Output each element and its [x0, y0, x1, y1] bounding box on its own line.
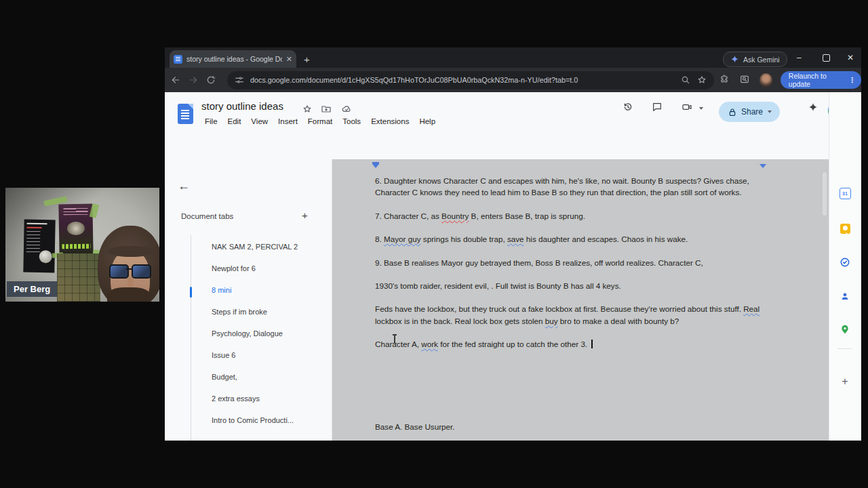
share-button[interactable]: Share [719, 102, 780, 122]
cloud-save-status-icon[interactable] [341, 104, 351, 114]
doc-text-run: Base A. Base Usurper. [375, 422, 455, 431]
tab-strip: story outline ideas - Google Do ✕ + Ask … [165, 47, 861, 68]
menu-insert[interactable]: Insert [274, 115, 302, 127]
menu-edit[interactable]: Edit [224, 115, 245, 127]
chrome-profile-avatar[interactable] [760, 73, 772, 87]
browser-navbar: docs.google.com/document/d/1cHgXS5qQd17h… [165, 68, 861, 92]
new-tab-button[interactable]: + [304, 54, 310, 64]
doc-paragraph[interactable]: Base A. Base Usurper. [375, 421, 768, 432]
blank-lines [375, 362, 768, 421]
doc-text-run: his daughter and escapes. Chaos in his w… [524, 235, 688, 243]
sidebar-back-icon[interactable]: ← [178, 180, 190, 192]
participant-name-tag: Per Berg [7, 281, 57, 297]
comments-icon[interactable] [652, 102, 665, 115]
bookmark-star-icon[interactable] [696, 75, 707, 85]
doc-text-run: 8. [375, 235, 384, 243]
document-title[interactable]: story outline ideas [201, 100, 283, 112]
tab-close-icon[interactable]: ✕ [286, 56, 292, 63]
google-docs-icon[interactable] [178, 104, 193, 124]
active-tab-indicator [190, 287, 192, 298]
glasses-bridge [126, 268, 132, 270]
left-indent-triangle-icon[interactable] [372, 164, 379, 168]
url-omnibox[interactable]: docs.google.com/document/d/1cHgXS5qQd17h… [227, 71, 714, 89]
misspelled-word: Real [743, 304, 760, 313]
relaunch-menu-icon[interactable]: ⋮ [848, 76, 856, 85]
wall-poster-collage [57, 253, 100, 302]
gemini-sparkle-icon [730, 55, 739, 64]
side-panel-divider [837, 348, 852, 349]
site-settings-icon[interactable] [234, 75, 245, 85]
person-nose [127, 277, 134, 287]
maps-icon[interactable] [839, 323, 851, 336]
tab-tree-line [191, 235, 191, 441]
move-to-folder-icon[interactable] [321, 104, 331, 114]
menu-view[interactable]: View [247, 115, 272, 127]
text-cursor-pointer [392, 334, 397, 344]
menu-help[interactable]: Help [415, 115, 439, 127]
sidebar-tab-newplot-for-6[interactable]: Newplot for 6 [212, 264, 323, 277]
zoom-page-icon[interactable] [680, 75, 691, 85]
browser-tab[interactable]: story outline ideas - Google Do ✕ [170, 50, 296, 68]
doc-paragraph[interactable]: Feds have the lockbox, but they truck ou… [375, 303, 768, 327]
doc-text-run: 9. Base B realises Mayor guy betrayed th… [375, 258, 703, 267]
sidebar-tab-steps-if-im-broke[interactable]: Steps if im broke [212, 308, 323, 320]
doc-paragraph[interactable]: 7. Character C, as Bountry B, enters Bas… [375, 210, 768, 222]
doc-paragraph[interactable]: 1930's tomb raider, resident evil, . Ful… [375, 280, 768, 291]
version-history-icon[interactable] [623, 102, 636, 115]
misspelled-word: Mayor guy [384, 235, 421, 243]
video-call-dropdown-icon[interactable] [699, 107, 703, 110]
tasks-icon[interactable] [839, 256, 851, 268]
add-tab-button[interactable]: + [302, 209, 308, 221]
reload-icon[interactable] [205, 75, 223, 85]
doc-paragraph[interactable]: 6. Daughter knows Character C and escape… [375, 175, 768, 199]
doc-text-run: Feds have the lockbox, but they truck ou… [375, 304, 743, 313]
menu-extensions[interactable]: Extensions [367, 115, 413, 127]
url-text: docs.google.com/document/d/1cHgXS5qQd17h… [250, 76, 675, 84]
gemini-docs-sparkle-icon[interactable] [808, 102, 821, 115]
glasses-right-lens [132, 264, 151, 279]
video-call-icon[interactable] [682, 102, 695, 115]
doc-paragraph[interactable]: Character A, work for the fed straight u… [375, 338, 768, 350]
window-close-button[interactable]: ✕ [847, 53, 854, 62]
doc-text-run: 7. Character C, as [375, 211, 441, 220]
get-add-ons-button[interactable]: + [839, 375, 851, 388]
doc-text-run: bro to make a deal with bounty b? [558, 317, 679, 325]
forward-icon[interactable] [188, 75, 205, 85]
sidebar-tab-2-extra-essays[interactable]: 2 extra essays [212, 394, 323, 407]
extensions-icon[interactable] [719, 74, 730, 86]
contacts-icon[interactable] [839, 290, 851, 302]
sidebar-tab-issue-6[interactable]: Issue 6 [212, 351, 323, 363]
screen-share-stage: Per Berg story outline ideas - Google Do… [0, 0, 868, 488]
document-tabs-sidebar: ← Document tabs + NAK SAM 2, PERCIVAL 2N… [165, 159, 332, 441]
docs-header: story outline ideas FileEditViewInsertFo… [165, 92, 861, 159]
right-indent-triangle-icon[interactable] [760, 164, 766, 168]
doc-paragraph[interactable]: 8. Mayor guy springs his double trap, sa… [375, 233, 768, 245]
sidebar-tab-budget[interactable]: Budget, [212, 373, 323, 385]
document-canvas[interactable]: 6. Daughter knows Character C and escape… [332, 159, 829, 441]
sidebar-tab-intro-to-comic-producti[interactable]: Intro to Comic Producti... [212, 416, 323, 428]
menu-file[interactable]: File [201, 115, 222, 127]
share-dropdown-icon[interactable] [768, 110, 772, 113]
tab-search-icon[interactable] [739, 74, 750, 86]
misspelled-word: Bountry [441, 211, 469, 220]
document-text[interactable]: 6. Daughter knows Character C and escape… [375, 175, 768, 441]
misspelled-word: save [507, 235, 524, 243]
sidebar-tab-8-mini[interactable]: 8 mini [212, 286, 323, 298]
person-hair-fringe [107, 246, 155, 257]
sidebar-tab-nak-sam-2-percival-2[interactable]: NAK SAM 2, PERCIVAL 2 [212, 243, 323, 255]
relaunch-to-update-button[interactable]: Relaunch to update ⋮ [781, 71, 861, 89]
sidebar-header: Document tabs [181, 212, 233, 220]
calendar-icon[interactable]: 31 [839, 187, 851, 199]
window-restore-button[interactable] [823, 54, 830, 62]
window-minimize-button[interactable]: – [797, 53, 802, 62]
keep-icon[interactable] [839, 222, 851, 235]
ask-gemini-button[interactable]: Ask Gemini [723, 52, 787, 67]
menu-format[interactable]: Format [304, 115, 336, 127]
wall-poster-movie [58, 204, 93, 256]
document-scrollbar-thumb[interactable] [823, 172, 827, 216]
doc-paragraph[interactable]: 9. Base B realises Mayor guy betrayed th… [375, 257, 768, 268]
star-document-icon[interactable] [302, 104, 312, 114]
sidebar-tab-psychology-dialogue[interactable]: Psychology, Dialogue [212, 329, 323, 342]
menu-tools[interactable]: Tools [338, 115, 365, 127]
back-icon[interactable] [170, 75, 188, 85]
